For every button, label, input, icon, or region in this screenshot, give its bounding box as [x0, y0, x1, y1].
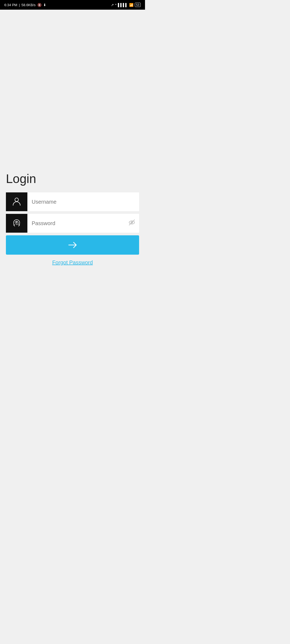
wifi-icon: 📶 [129, 3, 133, 7]
arrow-right-icon [68, 240, 77, 250]
password-row [6, 214, 139, 233]
svg-point-0 [15, 198, 18, 202]
mute-icon: 🔇 [37, 3, 42, 7]
toggle-password-icon[interactable] [128, 219, 135, 228]
download-icon: ⬇ [43, 3, 46, 7]
location-icon: ↗ [111, 3, 114, 7]
svg-point-1 [16, 222, 17, 223]
main-content: Login [0, 10, 145, 276]
time-display: 6:34 PM [4, 3, 17, 7]
status-left: 6:34 PM | 58.6KB/s 🔇 ⬇ [4, 3, 46, 7]
spacer [0, 276, 145, 322]
password-input[interactable] [32, 220, 135, 226]
forgot-password-link[interactable]: Forgot Password [6, 259, 139, 266]
user-icon [12, 196, 22, 207]
page-title: Login [6, 171, 139, 186]
password-icon-bg [6, 214, 27, 233]
username-row [6, 192, 139, 211]
signal-icon: ▌▌▌▌ [118, 3, 128, 7]
status-right: ↗ * ▌▌▌▌ 📶 53 [111, 3, 141, 7]
password-field-wrap[interactable] [27, 214, 139, 233]
login-button[interactable] [6, 235, 139, 255]
network-speed: | [19, 3, 20, 7]
username-input[interactable] [32, 199, 135, 205]
battery-indicator: 53 [135, 3, 141, 7]
username-icon-bg [6, 192, 27, 211]
status-bar: 6:34 PM | 58.6KB/s 🔇 ⬇ ↗ * ▌▌▌▌ 📶 53 [0, 0, 145, 10]
battery-level: 53 [136, 3, 139, 6]
username-field-wrap[interactable] [27, 192, 139, 211]
bluetooth-icon: * [115, 3, 117, 7]
network-speed-value: 58.6KB/s [21, 3, 36, 7]
fingerprint-icon [12, 218, 22, 229]
